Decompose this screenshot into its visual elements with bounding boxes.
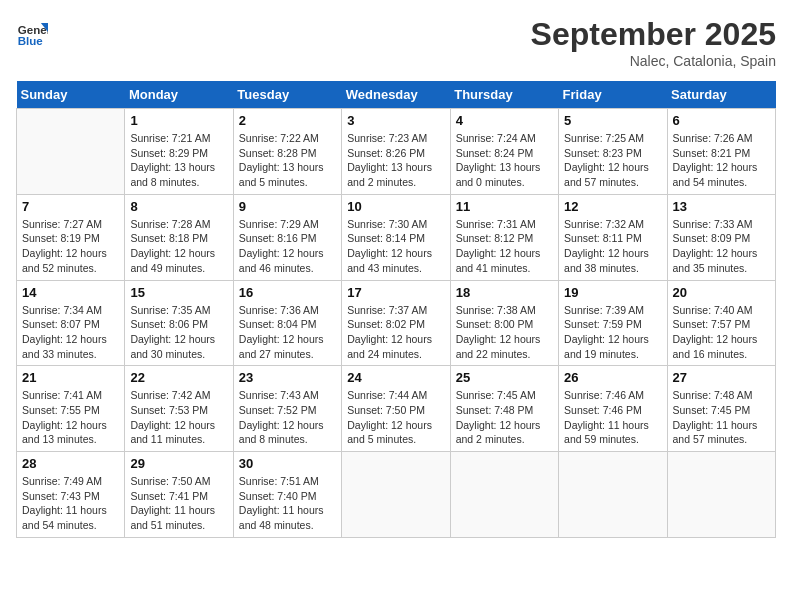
weekday-header-wednesday: Wednesday [342, 81, 450, 109]
day-number: 15 [130, 285, 227, 300]
day-number: 23 [239, 370, 336, 385]
calendar-cell [342, 452, 450, 538]
calendar-cell: 25Sunrise: 7:45 AM Sunset: 7:48 PM Dayli… [450, 366, 558, 452]
calendar-table: SundayMondayTuesdayWednesdayThursdayFrid… [16, 81, 776, 538]
calendar-cell: 14Sunrise: 7:34 AM Sunset: 8:07 PM Dayli… [17, 280, 125, 366]
day-info: Sunrise: 7:26 AM Sunset: 8:21 PM Dayligh… [673, 131, 770, 190]
day-info: Sunrise: 7:29 AM Sunset: 8:16 PM Dayligh… [239, 217, 336, 276]
day-info: Sunrise: 7:30 AM Sunset: 8:14 PM Dayligh… [347, 217, 444, 276]
day-info: Sunrise: 7:50 AM Sunset: 7:41 PM Dayligh… [130, 474, 227, 533]
day-info: Sunrise: 7:25 AM Sunset: 8:23 PM Dayligh… [564, 131, 661, 190]
day-number: 16 [239, 285, 336, 300]
calendar-cell [559, 452, 667, 538]
calendar-cell: 16Sunrise: 7:36 AM Sunset: 8:04 PM Dayli… [233, 280, 341, 366]
logo-icon: General Blue [16, 16, 48, 48]
day-number: 22 [130, 370, 227, 385]
day-number: 28 [22, 456, 119, 471]
weekday-header-tuesday: Tuesday [233, 81, 341, 109]
day-number: 19 [564, 285, 661, 300]
calendar-cell: 11Sunrise: 7:31 AM Sunset: 8:12 PM Dayli… [450, 194, 558, 280]
calendar-cell: 27Sunrise: 7:48 AM Sunset: 7:45 PM Dayli… [667, 366, 775, 452]
day-info: Sunrise: 7:42 AM Sunset: 7:53 PM Dayligh… [130, 388, 227, 447]
day-number: 2 [239, 113, 336, 128]
weekday-header-friday: Friday [559, 81, 667, 109]
location: Nalec, Catalonia, Spain [531, 53, 776, 69]
title-block: September 2025 Nalec, Catalonia, Spain [531, 16, 776, 69]
calendar-week-row: 14Sunrise: 7:34 AM Sunset: 8:07 PM Dayli… [17, 280, 776, 366]
day-number: 12 [564, 199, 661, 214]
day-info: Sunrise: 7:33 AM Sunset: 8:09 PM Dayligh… [673, 217, 770, 276]
day-number: 25 [456, 370, 553, 385]
page-header: General Blue September 2025 Nalec, Catal… [16, 16, 776, 69]
day-info: Sunrise: 7:31 AM Sunset: 8:12 PM Dayligh… [456, 217, 553, 276]
day-number: 24 [347, 370, 444, 385]
day-info: Sunrise: 7:36 AM Sunset: 8:04 PM Dayligh… [239, 303, 336, 362]
calendar-cell: 15Sunrise: 7:35 AM Sunset: 8:06 PM Dayli… [125, 280, 233, 366]
day-info: Sunrise: 7:44 AM Sunset: 7:50 PM Dayligh… [347, 388, 444, 447]
day-info: Sunrise: 7:43 AM Sunset: 7:52 PM Dayligh… [239, 388, 336, 447]
day-info: Sunrise: 7:24 AM Sunset: 8:24 PM Dayligh… [456, 131, 553, 190]
day-number: 27 [673, 370, 770, 385]
day-info: Sunrise: 7:37 AM Sunset: 8:02 PM Dayligh… [347, 303, 444, 362]
calendar-cell: 19Sunrise: 7:39 AM Sunset: 7:59 PM Dayli… [559, 280, 667, 366]
day-info: Sunrise: 7:27 AM Sunset: 8:19 PM Dayligh… [22, 217, 119, 276]
day-number: 9 [239, 199, 336, 214]
logo: General Blue [16, 16, 48, 48]
weekday-header-row: SundayMondayTuesdayWednesdayThursdayFrid… [17, 81, 776, 109]
calendar-cell: 7Sunrise: 7:27 AM Sunset: 8:19 PM Daylig… [17, 194, 125, 280]
day-info: Sunrise: 7:46 AM Sunset: 7:46 PM Dayligh… [564, 388, 661, 447]
calendar-cell [450, 452, 558, 538]
month-title: September 2025 [531, 16, 776, 53]
day-number: 20 [673, 285, 770, 300]
day-info: Sunrise: 7:23 AM Sunset: 8:26 PM Dayligh… [347, 131, 444, 190]
calendar-cell: 1Sunrise: 7:21 AM Sunset: 8:29 PM Daylig… [125, 109, 233, 195]
day-info: Sunrise: 7:22 AM Sunset: 8:28 PM Dayligh… [239, 131, 336, 190]
day-number: 8 [130, 199, 227, 214]
day-number: 29 [130, 456, 227, 471]
calendar-cell [667, 452, 775, 538]
weekday-header-thursday: Thursday [450, 81, 558, 109]
day-number: 4 [456, 113, 553, 128]
day-info: Sunrise: 7:49 AM Sunset: 7:43 PM Dayligh… [22, 474, 119, 533]
day-number: 5 [564, 113, 661, 128]
svg-text:Blue: Blue [18, 35, 44, 47]
weekday-header-sunday: Sunday [17, 81, 125, 109]
day-info: Sunrise: 7:40 AM Sunset: 7:57 PM Dayligh… [673, 303, 770, 362]
day-number: 17 [347, 285, 444, 300]
calendar-cell: 13Sunrise: 7:33 AM Sunset: 8:09 PM Dayli… [667, 194, 775, 280]
calendar-cell: 10Sunrise: 7:30 AM Sunset: 8:14 PM Dayli… [342, 194, 450, 280]
calendar-cell: 8Sunrise: 7:28 AM Sunset: 8:18 PM Daylig… [125, 194, 233, 280]
calendar-cell: 23Sunrise: 7:43 AM Sunset: 7:52 PM Dayli… [233, 366, 341, 452]
weekday-header-monday: Monday [125, 81, 233, 109]
calendar-cell: 28Sunrise: 7:49 AM Sunset: 7:43 PM Dayli… [17, 452, 125, 538]
calendar-cell: 17Sunrise: 7:37 AM Sunset: 8:02 PM Dayli… [342, 280, 450, 366]
calendar-cell [17, 109, 125, 195]
day-info: Sunrise: 7:32 AM Sunset: 8:11 PM Dayligh… [564, 217, 661, 276]
day-info: Sunrise: 7:21 AM Sunset: 8:29 PM Dayligh… [130, 131, 227, 190]
day-info: Sunrise: 7:48 AM Sunset: 7:45 PM Dayligh… [673, 388, 770, 447]
calendar-cell: 18Sunrise: 7:38 AM Sunset: 8:00 PM Dayli… [450, 280, 558, 366]
day-info: Sunrise: 7:39 AM Sunset: 7:59 PM Dayligh… [564, 303, 661, 362]
day-number: 7 [22, 199, 119, 214]
day-info: Sunrise: 7:28 AM Sunset: 8:18 PM Dayligh… [130, 217, 227, 276]
calendar-cell: 29Sunrise: 7:50 AM Sunset: 7:41 PM Dayli… [125, 452, 233, 538]
day-info: Sunrise: 7:45 AM Sunset: 7:48 PM Dayligh… [456, 388, 553, 447]
calendar-cell: 6Sunrise: 7:26 AM Sunset: 8:21 PM Daylig… [667, 109, 775, 195]
calendar-cell: 12Sunrise: 7:32 AM Sunset: 8:11 PM Dayli… [559, 194, 667, 280]
day-info: Sunrise: 7:34 AM Sunset: 8:07 PM Dayligh… [22, 303, 119, 362]
day-number: 10 [347, 199, 444, 214]
day-number: 6 [673, 113, 770, 128]
calendar-cell: 21Sunrise: 7:41 AM Sunset: 7:55 PM Dayli… [17, 366, 125, 452]
day-number: 11 [456, 199, 553, 214]
calendar-week-row: 7Sunrise: 7:27 AM Sunset: 8:19 PM Daylig… [17, 194, 776, 280]
day-number: 3 [347, 113, 444, 128]
day-number: 14 [22, 285, 119, 300]
calendar-cell: 24Sunrise: 7:44 AM Sunset: 7:50 PM Dayli… [342, 366, 450, 452]
calendar-cell: 3Sunrise: 7:23 AM Sunset: 8:26 PM Daylig… [342, 109, 450, 195]
calendar-cell: 22Sunrise: 7:42 AM Sunset: 7:53 PM Dayli… [125, 366, 233, 452]
day-number: 18 [456, 285, 553, 300]
calendar-cell: 30Sunrise: 7:51 AM Sunset: 7:40 PM Dayli… [233, 452, 341, 538]
day-info: Sunrise: 7:38 AM Sunset: 8:00 PM Dayligh… [456, 303, 553, 362]
calendar-cell: 9Sunrise: 7:29 AM Sunset: 8:16 PM Daylig… [233, 194, 341, 280]
calendar-cell: 4Sunrise: 7:24 AM Sunset: 8:24 PM Daylig… [450, 109, 558, 195]
